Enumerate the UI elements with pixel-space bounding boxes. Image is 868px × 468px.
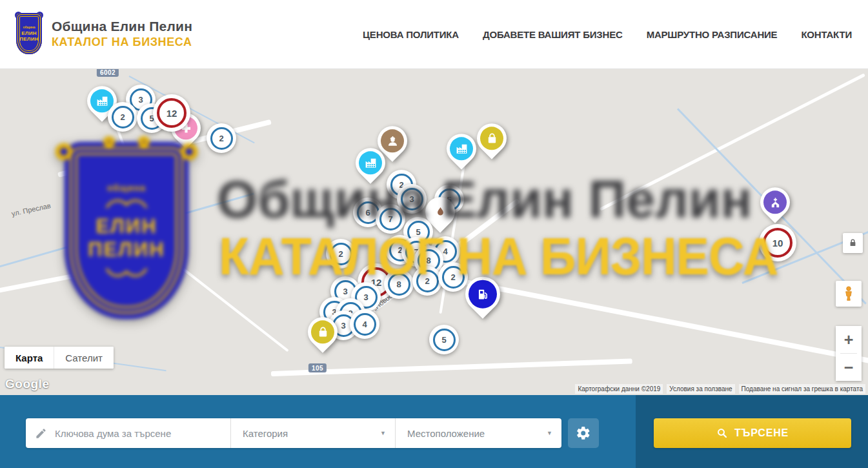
main-nav: ЦЕНОВА ПОЛИТИКА ДОБАВЕТЕ ВАШИЯТ БИЗНЕС М… [363,0,852,69]
category-select[interactable]: Категория ▼ [230,418,395,448]
pegman-icon [840,285,857,302]
cluster-ring: 4 [354,313,376,336]
map-marker-pin[interactable] [356,148,385,178]
search-bar-left: Категория ▼ Местоположение ▼ [0,395,636,468]
gear-icon [576,425,591,441]
street-label: ул. Преслав [11,201,52,218]
zoom-in-button[interactable]: + [836,326,862,353]
zoom-control: + − [836,326,862,381]
cluster-count: 2 [219,134,223,143]
search-input-group: Категория ▼ Местоположение ▼ [26,418,561,448]
terms-of-use-link[interactable]: Условия за ползване [667,384,734,394]
report-map-error-link[interactable]: Подаване на сигнал за грешка в картата [739,384,865,394]
logo-crest-line2: ПЕЛИН [19,36,39,42]
site-logo[interactable]: община ЕЛИН ПЕЛИН Община Елин Пелин КАТА… [14,13,192,54]
map-attribution: Картографски данни ©2019 Условия за полз… [575,384,865,394]
chevron-down-icon: ▼ [380,430,386,436]
cluster-count: 6 [365,208,370,218]
cluster-count: 5 [441,335,446,345]
map-marker-cluster[interactable]: 2 [108,102,137,132]
church-icon [763,190,787,214]
lock-button[interactable] [843,233,863,253]
map-marker-pin[interactable] [308,317,338,347]
map-marker-cluster[interactable]: 2 [412,266,442,296]
cluster-ring: 10 [763,228,792,258]
fuel-icon [469,280,497,309]
map-marker-cluster[interactable]: 8 [384,269,414,299]
search-button-label: ТЪРСЕНЕ [734,427,789,439]
nav-item-route-schedule[interactable]: МАРШРУТНО РАЗПИСАНИЕ [647,29,778,40]
flame-icon [429,200,452,223]
cluster-ring: 2 [210,127,233,150]
map-marker-pin[interactable] [760,187,790,217]
street-view-pegman-button[interactable] [836,281,862,307]
cluster-count: 8 [396,280,401,289]
search-input[interactable] [55,428,223,439]
map-marker-cluster[interactable]: 4 [350,309,379,339]
cluster-count: 2 [120,112,125,122]
cluster-count: 4 [443,247,447,256]
municipality-crest-icon: община ЕЛИН ПЕЛИН [14,13,44,54]
map-marker-cluster[interactable]: 5 [429,325,459,354]
cluster-ring: 2 [416,270,439,292]
satellite-view-button[interactable]: Сателит [54,347,114,369]
nav-item-add-business[interactable]: ДОБАВЕТЕ ВАШИЯТ БИЗНЕС [483,29,623,40]
road-badge: 105 [308,363,327,372]
page: ул. Преславбул. „Новосел6002105 32512223… [0,0,868,468]
location-select-label: Местоположение [407,428,485,439]
factory-icon [450,137,473,160]
road-badge: 6002 [97,69,119,77]
cluster-count: 3 [138,95,143,105]
map-marker-cluster[interactable]: 2 [326,239,356,269]
map-marker-cluster[interactable]: 2 [438,262,468,292]
chevron-down-icon: ▼ [547,430,552,436]
nav-item-contacts[interactable]: КОНТАКТИ [801,29,852,40]
site-subtitle: КАТАЛОГ НА БИЗНЕСА [52,36,192,49]
keyword-search-field[interactable] [26,418,230,448]
cluster-count: 3 [363,292,368,302]
search-icon [716,427,728,439]
cluster-ring: 7 [379,208,402,230]
cluster-ring: 2 [112,106,134,128]
cluster-ring: 5 [433,329,456,351]
google-logo[interactable]: Google [5,377,49,391]
factory-icon [359,151,382,174]
map-marker-cluster[interactable]: 12 [153,94,190,132]
cluster-count: 3 [341,321,345,331]
site-header: община ЕЛИН ПЕЛИН Община Елин Пелин КАТА… [0,0,868,69]
map-type-control: Карта Сателит [5,347,114,369]
advanced-search-button[interactable] [568,418,599,448]
shopping-bag-icon [311,320,334,343]
cluster-ring: 3 [401,188,423,210]
logo-crest-top: община [23,25,35,29]
location-select[interactable]: Местоположение ▼ [395,418,561,448]
site-title: Община Елин Пелин [52,19,192,34]
cluster-ring: 8 [388,273,410,296]
nav-item-pricing[interactable]: ЦЕНОВА ПОЛИТИКА [363,29,459,40]
map-marker-cluster[interactable]: 2 [207,123,236,153]
map-marker-pin[interactable] [477,123,507,153]
search-bar: Категория ▼ Местоположение ▼ ТЪРСЕНЕ [0,395,868,468]
cluster-count: 10 [772,238,783,249]
cluster-ring: 2 [330,243,352,265]
map-marker-pin[interactable] [465,277,500,312]
zoom-out-button[interactable]: − [836,354,862,381]
map-marker-cluster[interactable]: 10 [759,224,796,261]
pencil-icon [35,427,47,440]
map-marker-cluster[interactable]: 7 [376,204,405,234]
search-button[interactable]: ТЪРСЕНЕ [654,418,851,448]
map-view-button[interactable]: Карта [5,347,54,369]
cluster-count: 7 [388,214,392,224]
cluster-count: 2 [450,272,455,282]
cluster-count: 12 [167,108,177,119]
attribution-copyright: Картографски данни ©2019 [575,384,663,394]
lock-icon [847,238,858,249]
cluster-count: 3 [343,287,347,296]
cluster-count: 4 [362,320,367,329]
cluster-ring: 12 [157,98,187,128]
cluster-ring: 2 [442,266,465,289]
shopping-bag-icon [480,127,503,150]
map-marker-pin[interactable] [447,134,476,163]
search-bar-right: ТЪРСЕНЕ [636,395,868,468]
cluster-count: 5 [416,227,420,237]
